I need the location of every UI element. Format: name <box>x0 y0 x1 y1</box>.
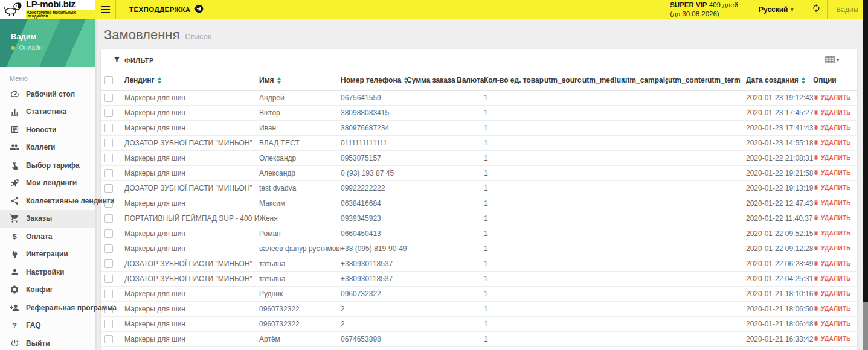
cell-created: 2020-01-23 17:41:43 <box>746 120 813 135</box>
sidebar-item-integrations[interactable]: Интеграции <box>0 246 95 264</box>
support-button[interactable]: ТЕХПОДДЕРЖКА <box>116 0 217 19</box>
orders-table: ЛендингИмяНомер телефонаСумма заказаВалю… <box>101 71 857 347</box>
filter-button[interactable]: ФИЛЬТР <box>113 56 154 65</box>
delete-button[interactable]: УДАЛИТЬ <box>813 260 851 267</box>
delete-button[interactable]: УДАЛИТЬ <box>813 305 851 313</box>
chevron-down-icon: ▾ <box>837 57 839 63</box>
sidebar-item-my-landings[interactable]: Мои лендинги <box>0 174 95 192</box>
sidebar-item-referral[interactable]: Реферальная программа <box>0 299 95 317</box>
select-all-checkbox[interactable] <box>104 76 113 84</box>
hamburger-menu-icon[interactable] <box>95 0 115 19</box>
cell-name: ВЛАД ТЕСТ <box>259 135 341 150</box>
cell-landing: ДОЗАТОР ЗУБНОЇ ПАСТИ "МИНЬОН" <box>124 135 259 150</box>
logo[interactable]: LP-mobi.biz Конструктор мобильных лендин… <box>0 0 95 19</box>
scrollbar-thumb[interactable] <box>863 302 868 350</box>
sort-icon[interactable] <box>157 77 162 84</box>
cell-utm_source <box>544 241 582 256</box>
row-checkbox[interactable] <box>104 290 113 298</box>
menu-section-label: Меню <box>0 67 95 85</box>
delete-button[interactable]: УДАЛИТЬ <box>813 200 851 207</box>
cell-currency <box>457 241 484 256</box>
column-label: Имя <box>259 76 274 84</box>
row-checkbox[interactable] <box>104 244 113 253</box>
delete-button[interactable]: УДАЛИТЬ <box>813 185 851 192</box>
cell-utm_medium <box>582 105 623 120</box>
support-label: ТЕХПОДДЕРЖКА <box>129 6 191 13</box>
row-checkbox[interactable] <box>104 229 113 238</box>
sidebar-item-collective-landings[interactable]: Коллективные лендинги <box>0 192 95 210</box>
sidebar-item-payment[interactable]: $Оплата <box>0 228 95 246</box>
sort-icon[interactable] <box>801 77 806 84</box>
sidebar-item-orders[interactable]: Заказы <box>0 210 95 228</box>
delete-button[interactable]: УДАЛИТЬ <box>813 275 851 282</box>
delete-button[interactable]: УДАЛИТЬ <box>813 320 851 328</box>
sidebar-item-settings[interactable]: Настройки <box>0 263 95 281</box>
delete-button[interactable]: УДАЛИТЬ <box>813 290 851 298</box>
sidebar-item-tariff[interactable]: Выбор тарифа <box>0 156 95 174</box>
delete-button[interactable]: УДАЛИТЬ <box>813 154 851 162</box>
delete-label: УДАЛИТЬ <box>821 305 851 312</box>
cell-order_sum <box>407 165 457 180</box>
row-checkbox[interactable] <box>104 275 113 283</box>
delete-button[interactable]: УДАЛИТЬ <box>813 94 851 101</box>
sidebar-item-config[interactable]: Конфиг <box>0 281 95 299</box>
row-checkbox[interactable] <box>104 124 113 132</box>
cell-utm_content <box>668 90 707 105</box>
vertical-scrollbar[interactable] <box>863 0 868 350</box>
delete-button[interactable]: УДАЛИТЬ <box>813 139 851 147</box>
column-visibility-button[interactable]: ▾ <box>825 55 839 66</box>
column-header-landing[interactable]: Лендинг <box>124 71 259 90</box>
row-checkbox[interactable] <box>104 109 113 117</box>
cell-created: 2020-01-22 09:12:28 <box>746 241 813 256</box>
telegram-icon <box>194 4 204 14</box>
sidebar-item-logout[interactable]: Выйти <box>0 334 95 350</box>
row-checkbox[interactable] <box>104 335 113 343</box>
delete-button[interactable]: УДАЛИТЬ <box>813 215 851 222</box>
column-header-phone[interactable]: Номер телефона <box>341 71 407 90</box>
row-checkbox[interactable] <box>104 184 113 192</box>
row-checkbox[interactable] <box>104 214 113 223</box>
chevron-down-icon: ∨ <box>791 7 794 12</box>
column-header-utm_term: utm_term <box>707 71 746 90</box>
cell-utm_source <box>544 226 582 241</box>
delete-button[interactable]: УДАЛИТЬ <box>813 230 851 237</box>
sidebar-item-dashboard[interactable]: Рабочий стол <box>0 85 95 103</box>
row-checkbox[interactable] <box>104 259 113 268</box>
delete-button[interactable]: УДАЛИТЬ <box>813 109 851 116</box>
dollar-icon: $ <box>10 232 19 241</box>
row-checkbox[interactable] <box>104 320 113 328</box>
sidebar-item-stats[interactable]: Статистика <box>0 103 95 121</box>
column-header-name[interactable]: Имя <box>259 71 341 90</box>
cell-name: татьяна <box>259 256 341 271</box>
sidebar-item-faq[interactable]: ?FAQ <box>0 317 95 335</box>
cell-created: 2020-01-23 14:55:18 <box>746 135 813 150</box>
column-header-created[interactable]: Дата создания <box>746 71 813 90</box>
table-row: Маркеры для шинИван38097668723412020-01-… <box>101 120 857 135</box>
row-checkbox[interactable] <box>104 139 113 147</box>
cell-utm_campaign <box>623 271 668 286</box>
language-selector[interactable]: Русский ∨ <box>748 0 805 19</box>
header-username[interactable]: Вадим <box>828 0 868 19</box>
person-icon <box>10 267 19 276</box>
sidebar-item-label: Новости <box>26 126 56 134</box>
row-checkbox[interactable] <box>104 94 113 102</box>
delete-button[interactable]: УДАЛИТЬ <box>813 170 851 177</box>
delete-button[interactable]: УДАЛИТЬ <box>813 124 851 132</box>
sidebar-item-colleagues[interactable]: Коллеги <box>0 139 95 157</box>
share-icon <box>10 196 19 205</box>
delete-button[interactable]: УДАЛИТЬ <box>813 245 851 252</box>
sidebar-item-news[interactable]: Новости <box>0 121 95 139</box>
delete-button[interactable]: УДАЛИТЬ <box>813 336 851 343</box>
row-checkbox[interactable] <box>104 169 113 177</box>
sort-icon[interactable] <box>277 77 281 84</box>
column-label: utm_medium <box>582 76 623 84</box>
plan-info: SUPER VIP 409 дней (до 30.08.2026) <box>670 0 748 19</box>
cell-utm_term <box>707 226 746 241</box>
cell-name: Роман <box>259 226 341 241</box>
row-checkbox[interactable] <box>104 154 113 162</box>
plan-name: SUPER VIP <box>670 1 707 8</box>
cell-qty: 1 <box>484 180 544 196</box>
cell-landing: Маркеры для шин <box>124 196 259 211</box>
table-row: ДОЗАТОР ЗУБНОЇ ПАСТИ "МИНЬОН"татьяна+380… <box>101 271 857 286</box>
refresh-button[interactable] <box>805 0 827 19</box>
